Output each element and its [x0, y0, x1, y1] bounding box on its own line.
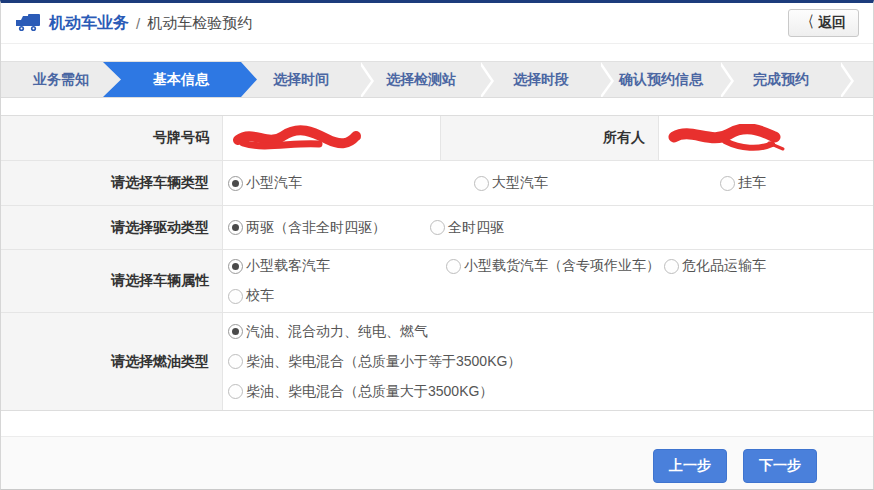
wizard-step-label: 选择时间 — [273, 71, 329, 89]
options-line: 汽油、混合动力、纯电、燃气 — [228, 317, 873, 347]
radio-option-label: 两驱（含非全时四驱） — [246, 219, 386, 237]
options-line: 小型载客汽车小型载货汽车（含专项作业车）危化品运输车 — [228, 251, 873, 281]
wizard-step-label: 选择时段 — [513, 71, 569, 89]
radio-button[interactable] — [228, 324, 243, 339]
wizard-step-label: 基本信息 — [153, 71, 209, 89]
form-row-label: 请选择车辆类型 — [1, 161, 223, 205]
back-button[interactable]: 〈 返回 — [788, 9, 859, 37]
steps-bar: 业务需知基本信息选择时间选择检测站选择时段确认预约信息完成预约 — [1, 61, 873, 98]
form-row-vehicle-attr: 请选择车辆属性小型载客汽车小型载货汽车（含专项作业车）危化品运输车校车 — [1, 250, 873, 313]
radio-button[interactable] — [228, 354, 243, 369]
breadcrumb-current: 机动车检验预约 — [147, 14, 252, 33]
radio-button[interactable] — [228, 176, 243, 191]
prev-step-button[interactable]: 上一步 — [653, 449, 727, 483]
radio-button[interactable] — [720, 176, 735, 191]
radio-option-label: 柴油、柴电混合（总质量小于等于3500KG） — [246, 353, 521, 371]
redaction-scribble — [231, 125, 363, 151]
wizard-step-label: 业务需知 — [33, 71, 89, 89]
radio-button[interactable] — [228, 289, 243, 304]
breadcrumb-separator: / — [136, 15, 140, 32]
radio-option[interactable]: 小型载客汽车 — [228, 257, 446, 275]
truck-icon — [15, 13, 41, 33]
wizard-step-5[interactable]: 选择时段 — [481, 62, 601, 97]
form-row-options: 小型汽车大型汽车挂车 — [223, 161, 873, 205]
plate-number-value — [223, 116, 441, 160]
options-line: 两驱（含非全时四驱）全时四驱 — [228, 213, 873, 243]
radio-option[interactable]: 小型汽车 — [228, 174, 474, 192]
radio-option[interactable]: 小型载货汽车（含专项作业车） — [446, 257, 664, 275]
radio-option-label: 小型载货汽车（含专项作业车） — [464, 257, 660, 275]
options-line: 小型汽车大型汽车挂车 — [228, 168, 873, 198]
form-row-drive-type: 请选择驱动类型两驱（含非全时四驱）全时四驱 — [1, 206, 873, 250]
wizard-step-3[interactable]: 选择时间 — [241, 62, 361, 97]
page-title: 机动车业务 — [49, 13, 129, 34]
radio-option-label: 大型汽车 — [492, 174, 548, 192]
form-row-options: 两驱（含非全时四驱）全时四驱 — [223, 206, 873, 249]
radio-option-label: 柴油、柴电混合（总质量大于3500KG） — [246, 383, 493, 401]
radio-option[interactable]: 两驱（含非全时四驱） — [228, 219, 430, 237]
form-row-fuel-type: 请选择燃油类型汽油、混合动力、纯电、燃气柴油、柴电混合（总质量小于等于3500K… — [1, 313, 873, 410]
form-row-label: 请选择燃油类型 — [1, 313, 223, 410]
form-table: 号牌号码 所有人 请选择车辆类型小型汽车大型汽车挂车请选择驱动类型两驱（含非全时… — [1, 115, 873, 411]
back-button-label: 返回 — [818, 14, 846, 32]
redaction-scribble — [667, 124, 791, 152]
wizard-step-4[interactable]: 选择检测站 — [361, 62, 481, 97]
radio-button[interactable] — [474, 176, 489, 191]
wizard-step-1[interactable]: 业务需知 — [1, 62, 121, 97]
radio-option-label: 全时四驱 — [448, 219, 504, 237]
wizard-step-2[interactable]: 基本信息 — [121, 62, 241, 97]
wizard-step-7[interactable]: 完成预约 — [721, 62, 841, 97]
owner-label: 所有人 — [441, 116, 659, 160]
options-line: 柴油、柴电混合（总质量小于等于3500KG） — [228, 347, 873, 377]
radio-button[interactable] — [228, 259, 243, 274]
radio-button[interactable] — [228, 384, 243, 399]
wizard-step-label: 确认预约信息 — [619, 71, 703, 89]
radio-option-label: 校车 — [246, 287, 274, 305]
wizard-step-label: 选择检测站 — [386, 71, 456, 89]
options-line: 柴油、柴电混合（总质量大于3500KG） — [228, 377, 873, 407]
back-chevron-icon: 〈 — [802, 13, 813, 33]
form-row-label: 请选择驱动类型 — [1, 206, 223, 249]
radio-option[interactable]: 危化品运输车 — [664, 257, 766, 275]
footer-bar: 上一步 下一步 — [1, 436, 873, 489]
owner-value — [659, 116, 873, 160]
form-row-options: 汽油、混合动力、纯电、燃气柴油、柴电混合（总质量小于等于3500KG）柴油、柴电… — [223, 313, 873, 410]
radio-option-label: 挂车 — [738, 174, 766, 192]
form-row-vehicle-type: 请选择车辆类型小型汽车大型汽车挂车 — [1, 161, 873, 206]
options-line: 校车 — [228, 281, 873, 311]
radio-option-label: 小型汽车 — [246, 174, 302, 192]
radio-option[interactable]: 汽油、混合动力、纯电、燃气 — [228, 323, 428, 341]
radio-option-label: 小型载客汽车 — [246, 257, 330, 275]
page-header: 机动车业务 / 机动车检验预约 〈 返回 — [1, 3, 873, 44]
next-step-button[interactable]: 下一步 — [743, 449, 817, 483]
form-row-options: 小型载客汽车小型载货汽车（含专项作业车）危化品运输车校车 — [223, 250, 873, 312]
radio-button[interactable] — [228, 220, 243, 235]
wizard-step-6[interactable]: 确认预约信息 — [601, 62, 721, 97]
radio-option[interactable]: 挂车 — [720, 174, 766, 192]
radio-button[interactable] — [446, 259, 461, 274]
wizard-step-label: 完成预约 — [753, 71, 809, 89]
radio-button[interactable] — [430, 220, 445, 235]
vehicle-inspection-page: 机动车业务 / 机动车检验预约 〈 返回 业务需知基本信息选择时间选择检测站选择… — [0, 0, 874, 490]
radio-option[interactable]: 全时四驱 — [430, 219, 504, 237]
form-row-label: 请选择车辆属性 — [1, 250, 223, 312]
radio-option-label: 危化品运输车 — [682, 257, 766, 275]
radio-option[interactable]: 柴油、柴电混合（总质量小于等于3500KG） — [228, 353, 521, 371]
radio-option[interactable]: 柴油、柴电混合（总质量大于3500KG） — [228, 383, 493, 401]
radio-option[interactable]: 校车 — [228, 287, 274, 305]
radio-option[interactable]: 大型汽车 — [474, 174, 720, 192]
radio-button[interactable] — [664, 259, 679, 274]
radio-option-label: 汽油、混合动力、纯电、燃气 — [246, 323, 428, 341]
identity-row: 号牌号码 所有人 — [1, 116, 873, 161]
plate-number-label: 号牌号码 — [1, 116, 223, 160]
